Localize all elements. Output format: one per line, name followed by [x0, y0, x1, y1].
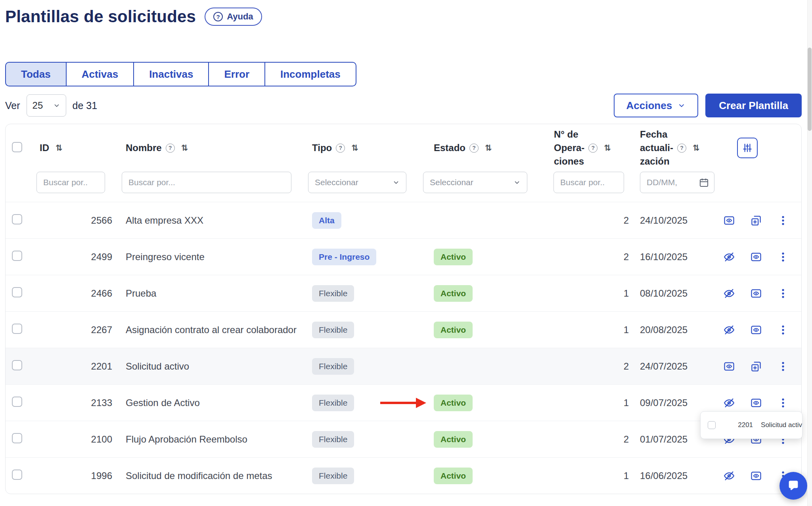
tab-inactivas[interactable]: Inactivas	[133, 62, 209, 86]
preview-icon[interactable]	[723, 360, 735, 373]
chevron-down-icon	[393, 179, 400, 186]
column-header-operaciones: N° de Opera- ciones ? ⇅	[537, 128, 632, 168]
tab-activas[interactable]: Activas	[66, 62, 134, 86]
scrollbar-track[interactable]	[807, 0, 812, 506]
page-size-value: 25	[33, 100, 43, 111]
table-row: 1996 Solicitud de modificación de metas …	[6, 457, 801, 494]
kebab-menu-icon[interactable]	[777, 251, 789, 263]
select-all-checkbox[interactable]	[12, 142, 22, 152]
tab-incompletas[interactable]: Incompletas	[264, 62, 356, 86]
filter-nombre-input[interactable]	[122, 172, 291, 193]
estado-badge: Activo	[434, 468, 473, 484]
help-icon[interactable]: ?	[336, 144, 345, 153]
preview-icon[interactable]	[723, 214, 735, 227]
help-icon[interactable]: ?	[588, 144, 598, 153]
row-checkbox[interactable]	[12, 287, 22, 297]
tab-todas[interactable]: Todas	[5, 62, 67, 86]
chat-launcher-button[interactable]	[779, 472, 807, 500]
row-nombre: Solicitud activo	[115, 360, 301, 373]
row-nombre: Gestion de Activo	[115, 396, 301, 410]
table-row: 2566 Alta empresa XXX Alta 2 24/10/2025	[6, 202, 801, 238]
sort-icon[interactable]: ⇅	[485, 143, 492, 153]
sort-icon[interactable]: ⇅	[56, 143, 63, 153]
filter-tipo-select[interactable]: Seleccionar	[308, 172, 406, 193]
row-fecha: 16/06/2025	[632, 470, 715, 481]
filter-estado-select[interactable]: Seleccionar	[423, 172, 527, 193]
row-checkbox	[708, 421, 716, 429]
row-fecha: 09/07/2025	[632, 397, 715, 408]
deactivate-eye-off-icon[interactable]	[723, 251, 735, 263]
row-checkbox[interactable]	[12, 360, 22, 370]
chat-bubble-icon	[787, 479, 800, 493]
kebab-menu-icon[interactable]	[777, 397, 789, 409]
kebab-menu-icon[interactable]	[777, 324, 789, 336]
estado-badge: Activo	[434, 395, 473, 411]
acciones-label: Acciones	[626, 100, 672, 112]
estado-badge: Activo	[434, 431, 473, 448]
kebab-menu-icon[interactable]	[777, 287, 789, 300]
tipo-badge: Flexible	[312, 285, 354, 302]
filter-fecha-input[interactable]	[640, 172, 714, 193]
row-nombre: Solicitud de modificación de metas	[115, 469, 301, 483]
tune-icon	[742, 142, 753, 153]
row-id: 1996	[29, 470, 115, 481]
page-title: Plantillas de solicitudes	[5, 7, 196, 26]
kebab-menu-icon[interactable]	[777, 214, 789, 227]
sort-icon[interactable]: ⇅	[181, 143, 188, 153]
row-checkbox[interactable]	[12, 214, 22, 224]
filter-id-input[interactable]	[36, 172, 105, 193]
row-operaciones: 2	[537, 215, 632, 226]
deactivate-eye-off-icon[interactable]	[723, 324, 735, 336]
crear-plantilla-button[interactable]: Crear Plantilla	[705, 94, 802, 117]
row-fecha: 20/08/2025	[632, 324, 715, 335]
page: Plantillas de solicitudes ? Ayuda Todas …	[5, 0, 802, 494]
row-fecha: 16/10/2025	[632, 251, 715, 263]
help-icon[interactable]: ?	[677, 144, 686, 153]
deactivate-eye-off-icon[interactable]	[723, 397, 735, 409]
preview-icon[interactable]	[750, 251, 762, 263]
row-checkbox[interactable]	[12, 433, 22, 443]
preview-icon[interactable]	[750, 324, 762, 336]
row-checkbox[interactable]	[12, 470, 22, 480]
fecha-text-input[interactable]	[647, 178, 695, 187]
row-checkbox[interactable]	[12, 251, 22, 261]
drag-preview-nombre: Solicitud activ	[761, 421, 802, 429]
scrollbar-thumb[interactable]	[808, 48, 812, 131]
sort-icon[interactable]: ⇅	[693, 143, 700, 153]
duplicate-icon[interactable]	[750, 360, 762, 373]
preview-icon[interactable]	[750, 470, 762, 482]
row-operaciones: 1	[537, 288, 632, 299]
row-fecha: 24/10/2025	[632, 215, 715, 226]
column-header-nombre: Nombre ? ⇅	[115, 142, 301, 153]
deactivate-eye-off-icon[interactable]	[723, 287, 735, 300]
row-operaciones: 1	[537, 470, 632, 481]
tab-error[interactable]: Error	[208, 62, 265, 86]
filter-operaciones-input[interactable]	[553, 172, 624, 193]
acciones-button[interactable]: Acciones	[614, 94, 699, 117]
kebab-menu-icon[interactable]	[777, 360, 789, 373]
deactivate-eye-off-icon[interactable]	[723, 470, 735, 482]
red-arrow-annotation	[379, 395, 427, 411]
row-fecha: 08/10/2025	[632, 288, 715, 299]
ayuda-button[interactable]: ? Ayuda	[205, 8, 262, 26]
page-size-select[interactable]: 25	[27, 94, 66, 117]
row-operaciones: 1	[537, 324, 632, 335]
row-checkbox[interactable]	[12, 397, 22, 407]
row-id: 2133	[29, 397, 115, 408]
row-checkbox[interactable]	[12, 324, 22, 334]
preview-icon[interactable]	[750, 287, 762, 300]
column-header-id: ID ⇅	[29, 142, 115, 153]
chevron-down-icon	[513, 179, 521, 186]
calendar-icon[interactable]	[699, 177, 709, 188]
help-icon[interactable]: ?	[166, 144, 175, 153]
duplicate-icon[interactable]	[750, 214, 762, 227]
preview-icon[interactable]	[750, 397, 762, 409]
help-icon[interactable]: ?	[469, 144, 479, 153]
status-tabs: Todas Activas Inactivas Error Incompleta…	[5, 62, 356, 86]
column-settings-button[interactable]	[737, 138, 758, 158]
sort-icon[interactable]: ⇅	[604, 143, 611, 153]
tipo-badge: Flexible	[312, 358, 354, 375]
column-header-tipo: Tipo ? ⇅	[301, 142, 416, 153]
sort-icon[interactable]: ⇅	[351, 143, 358, 153]
templates-table: ID ⇅ Nombre ? ⇅ Tipo ? ⇅ Estado ? ⇅ N° d…	[5, 124, 802, 494]
